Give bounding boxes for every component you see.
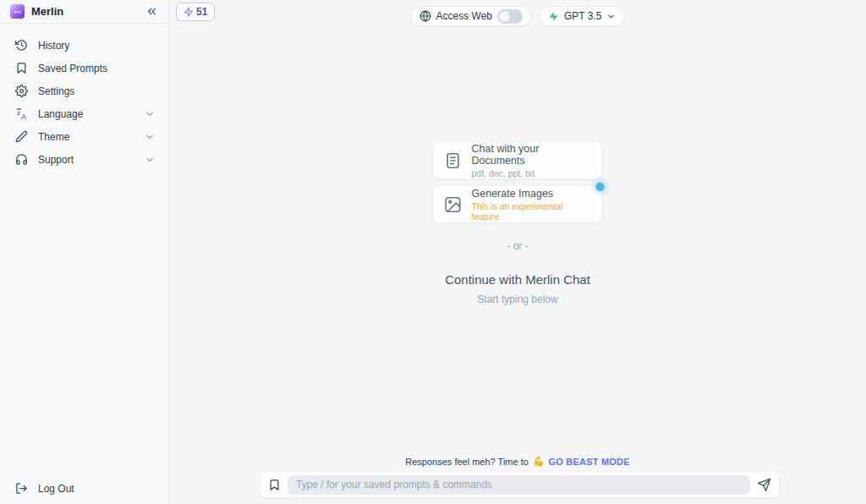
merlin-logo: >-< xyxy=(10,4,25,19)
topbar: Access Web GPT 3.5 xyxy=(169,6,866,26)
sidebar-item-label: Settings xyxy=(38,85,74,97)
sidebar-nav: History Saved Prompts Settings zA Langua… xyxy=(0,24,168,171)
new-feature-indicator-dot xyxy=(596,183,605,191)
promo-text: Responses feel meh? Time to xyxy=(405,457,529,467)
sidebar-header: >-< Merlin xyxy=(0,0,168,24)
toggle-knob xyxy=(499,11,510,22)
app-title: Merlin xyxy=(31,5,63,18)
sidebar: >-< Merlin History Saved Prompts Setting… xyxy=(0,0,169,504)
chat-with-documents-card[interactable]: Chat with your Documents pdf, doc, ppt, … xyxy=(433,141,603,179)
globe-icon xyxy=(419,10,431,22)
main-area: 51 Access Web GPT 3.5 Chat with you xyxy=(169,0,866,504)
flexed-biceps-emoji: 💪 xyxy=(533,456,545,467)
send-icon[interactable] xyxy=(757,478,771,492)
quick-action-cards: Chat with your Documents pdf, doc, ppt, … xyxy=(433,141,603,229)
sidebar-item-history[interactable]: History xyxy=(0,34,168,57)
image-icon xyxy=(444,195,463,214)
logout-label: Log Out xyxy=(38,483,74,495)
access-web-pill[interactable]: Access Web xyxy=(410,6,532,26)
headphones-icon xyxy=(15,153,28,166)
svg-text:z: z xyxy=(17,109,20,117)
sidebar-item-saved-prompts[interactable]: Saved Prompts xyxy=(0,57,168,79)
beast-mode-promo: Responses feel meh? Time to 💪 GO BEAST M… xyxy=(169,456,866,467)
chevron-down-icon xyxy=(145,109,155,119)
history-icon xyxy=(15,39,28,52)
sidebar-item-support[interactable]: Support xyxy=(0,148,168,171)
sidebar-item-theme[interactable]: Theme xyxy=(0,125,168,148)
card-subtitle: pdf, doc, ppt, txt xyxy=(472,168,592,178)
svg-text:A: A xyxy=(21,112,26,120)
card-title: Chat with your Documents xyxy=(472,143,592,167)
sidebar-item-language[interactable]: zA Language xyxy=(0,102,168,125)
logout-button[interactable]: Log Out xyxy=(15,482,74,495)
translate-icon: zA xyxy=(15,107,28,120)
chevron-down-icon xyxy=(145,155,155,165)
sidebar-item-settings[interactable]: Settings xyxy=(0,79,168,102)
sidebar-item-label: Theme xyxy=(38,131,69,143)
chat-input[interactable] xyxy=(288,475,750,495)
gear-icon xyxy=(15,85,28,97)
bookmark-icon[interactable] xyxy=(268,479,281,491)
card-title: Generate Images xyxy=(472,188,592,200)
bolt-icon xyxy=(548,11,559,22)
sidebar-item-label: History xyxy=(38,40,69,52)
card-subtitle: This is an experimental feature xyxy=(472,201,592,222)
chevron-down-icon xyxy=(606,12,616,21)
logout-icon xyxy=(15,482,28,495)
go-beast-mode-link[interactable]: GO BEAST MODE xyxy=(549,457,630,467)
or-divider: - or - xyxy=(169,240,866,252)
chat-input-bar xyxy=(260,471,780,498)
generate-images-card[interactable]: Generate Images This is an experimental … xyxy=(433,185,603,223)
brush-icon xyxy=(15,130,28,143)
access-web-label: Access Web xyxy=(436,10,492,22)
model-label: GPT 3.5 xyxy=(564,10,601,22)
access-web-toggle[interactable] xyxy=(497,9,523,24)
collapse-sidebar-icon[interactable] xyxy=(145,5,158,18)
bookmark-icon xyxy=(15,62,28,74)
document-icon xyxy=(444,151,463,170)
sidebar-item-label: Support xyxy=(38,154,74,166)
model-selector[interactable]: GPT 3.5 xyxy=(539,6,625,26)
chevron-down-icon xyxy=(145,132,155,142)
continue-heading: Continue with Merlin Chat xyxy=(169,272,866,287)
sidebar-item-label: Saved Prompts xyxy=(38,63,107,74)
sidebar-item-label: Language xyxy=(38,108,83,120)
continue-subheading: Start typing below xyxy=(169,293,866,305)
